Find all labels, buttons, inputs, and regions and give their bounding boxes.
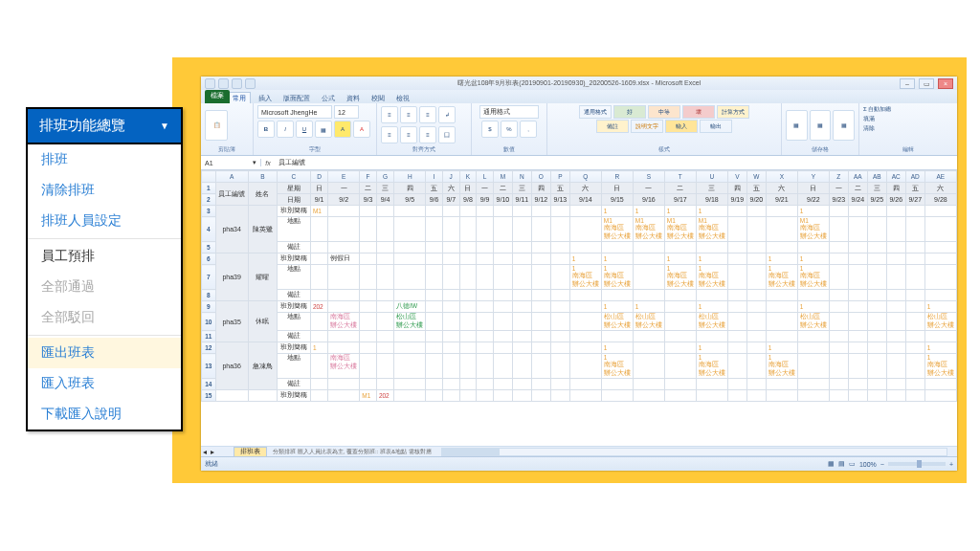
cell[interactable]: [394, 331, 426, 342]
cell[interactable]: [426, 331, 443, 342]
cell[interactable]: 二: [493, 183, 512, 194]
cell[interactable]: [905, 301, 924, 313]
cell[interactable]: [531, 313, 550, 331]
qat-undo-icon[interactable]: [232, 78, 242, 89]
cell[interactable]: [569, 390, 601, 402]
cell[interactable]: [215, 390, 248, 402]
cell[interactable]: [360, 301, 377, 313]
cell[interactable]: [905, 253, 924, 265]
cell[interactable]: [886, 217, 905, 242]
cell[interactable]: 一: [633, 183, 664, 194]
cell[interactable]: [905, 342, 924, 354]
cell[interactable]: [633, 342, 664, 354]
cell[interactable]: 1南海區辦公大樓: [797, 265, 829, 290]
cell[interactable]: [531, 301, 550, 313]
cell[interactable]: [727, 342, 746, 354]
cell[interactable]: 休眠: [248, 301, 277, 342]
cell[interactable]: [493, 313, 512, 331]
cell[interactable]: [746, 253, 766, 265]
cell[interactable]: [459, 342, 477, 354]
cell[interactable]: [746, 217, 766, 242]
col-header[interactable]: G: [376, 171, 393, 183]
cell[interactable]: [376, 242, 393, 253]
align-bot-button[interactable]: ≡: [419, 106, 436, 123]
cell[interactable]: 五: [905, 183, 924, 194]
cell[interactable]: 日: [310, 183, 327, 194]
style-input[interactable]: 輸入: [665, 120, 698, 133]
cell[interactable]: [569, 217, 601, 242]
cell[interactable]: 日: [797, 183, 829, 194]
file-tab[interactable]: 檔案: [205, 90, 230, 103]
cell[interactable]: [310, 217, 327, 242]
cell[interactable]: [493, 217, 512, 242]
cell[interactable]: [746, 265, 766, 290]
cell[interactable]: [848, 313, 867, 331]
cell[interactable]: 南海區辦公大樓: [328, 354, 360, 379]
cell[interactable]: 9/13: [550, 194, 569, 206]
menu-item-9[interactable]: 匯入班表: [28, 368, 181, 399]
cell[interactable]: [442, 342, 459, 354]
cell[interactable]: 1: [633, 301, 664, 313]
cell[interactable]: [727, 242, 746, 253]
cell[interactable]: [493, 265, 512, 290]
cell[interactable]: 日: [601, 183, 633, 194]
cell[interactable]: [328, 379, 360, 390]
cell[interactable]: [531, 379, 550, 390]
fill-color-button[interactable]: A: [334, 121, 351, 138]
cell[interactable]: [376, 217, 393, 242]
cell[interactable]: 松山區辦公大樓: [601, 313, 633, 331]
cell[interactable]: M1南海區辦公大樓: [797, 217, 829, 242]
bold-button[interactable]: B: [257, 121, 275, 138]
row-header[interactable]: 3: [202, 206, 216, 217]
cell[interactable]: [394, 217, 426, 242]
cell[interactable]: [360, 331, 377, 342]
cell[interactable]: [360, 354, 377, 379]
cell[interactable]: [905, 265, 924, 290]
clear-button[interactable]: 清除: [863, 124, 875, 133]
cell[interactable]: 9/21: [766, 194, 797, 206]
row-header[interactable]: 11: [202, 331, 216, 342]
cell[interactable]: [766, 217, 797, 242]
cell[interactable]: [829, 206, 848, 217]
col-header[interactable]: AB: [867, 171, 886, 183]
col-header[interactable]: AA: [848, 171, 867, 183]
col-header[interactable]: S: [633, 171, 664, 183]
cell[interactable]: [442, 253, 459, 265]
cell[interactable]: [886, 390, 905, 402]
cell[interactable]: [310, 331, 327, 342]
cell[interactable]: 1南海區辦公大樓: [924, 354, 956, 379]
cell[interactable]: [442, 301, 459, 313]
cell[interactable]: 班別簡稱: [277, 206, 310, 217]
cell[interactable]: [569, 342, 601, 354]
cell[interactable]: [493, 331, 512, 342]
maximize-button[interactable]: ▭: [919, 78, 934, 89]
cell[interactable]: [328, 290, 360, 301]
cell[interactable]: 地點: [277, 313, 310, 331]
ribbon-tab-3[interactable]: 公式: [318, 93, 339, 103]
cell[interactable]: 1: [633, 206, 664, 217]
cell[interactable]: 1: [924, 301, 956, 313]
cell[interactable]: [924, 290, 956, 301]
cell[interactable]: [442, 313, 459, 331]
cell[interactable]: [477, 301, 494, 313]
cell[interactable]: [766, 313, 797, 331]
number-format-select[interactable]: 通用格式: [479, 105, 539, 119]
cell[interactable]: [310, 242, 327, 253]
cell[interactable]: pha34: [215, 206, 248, 253]
cell[interactable]: [886, 354, 905, 379]
cell[interactable]: [310, 354, 327, 379]
cell[interactable]: [376, 301, 393, 313]
menu-item-1[interactable]: 清除排班: [28, 175, 181, 206]
cell[interactable]: [442, 331, 459, 342]
insert-cells-button[interactable]: ▦: [786, 110, 808, 141]
hscrollbar[interactable]: [441, 448, 947, 456]
cell[interactable]: [664, 379, 696, 390]
cell[interactable]: [633, 242, 664, 253]
cell[interactable]: 9/12: [531, 194, 550, 206]
cell[interactable]: 松山區辦公大樓: [924, 313, 956, 331]
row-header[interactable]: 15: [202, 390, 216, 402]
fill-button[interactable]: 填滿: [863, 115, 875, 123]
cell[interactable]: 備註: [277, 331, 310, 342]
cell[interactable]: [867, 217, 886, 242]
cell[interactable]: [376, 331, 393, 342]
